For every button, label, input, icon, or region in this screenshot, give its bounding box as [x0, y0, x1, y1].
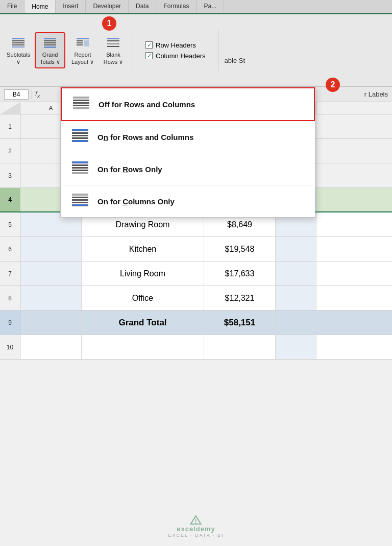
- cell[interactable]: [276, 286, 316, 310]
- row-number: 1: [0, 114, 20, 138]
- report-layout-label: ReportLayout ∨: [71, 52, 94, 65]
- watermark-tagline: EXCEL · DATA · BI: [168, 533, 224, 538]
- cell[interactable]: Kitchen: [82, 237, 204, 261]
- grand-totals-dropdown: Off for Rows and Columns On for Rows and…: [60, 87, 315, 218]
- cell[interactable]: [20, 237, 82, 261]
- cell-value: Grand Total: [118, 318, 166, 328]
- badge-2: 2: [326, 78, 340, 92]
- tab-insert[interactable]: Insert: [56, 0, 86, 13]
- svg-rect-39: [72, 204, 88, 206]
- ribbon-buttons-area: Subtotals∨ GrandTotals ∨: [0, 14, 392, 86]
- menu-item-label: Off for Rows and Columns: [99, 100, 195, 109]
- menu-item-label: On for Columns Only: [97, 197, 175, 206]
- cell[interactable]: [276, 335, 316, 359]
- svg-rect-26: [72, 132, 88, 134]
- tab-formulas[interactable]: Formulas: [156, 0, 197, 13]
- svg-rect-30: [72, 161, 88, 163]
- cell[interactable]: [82, 335, 204, 359]
- svg-rect-18: [107, 46, 119, 47]
- cell-value: Kitchen: [129, 245, 156, 254]
- cell[interactable]: [20, 335, 82, 359]
- cell[interactable]: Grand Total: [82, 311, 204, 335]
- ribbon-tab-bar: File Home Insert Developer Data Formulas…: [0, 0, 392, 14]
- tab-developer[interactable]: Developer: [86, 0, 129, 13]
- cell[interactable]: $19,548: [204, 237, 276, 261]
- menu-item-icon: [71, 193, 89, 210]
- table-row: 8 Office $12,321: [0, 286, 392, 311]
- col-headers-label: Column Headers: [156, 52, 206, 60]
- svg-marker-19: [0, 102, 20, 114]
- report-layout-button[interactable]: ReportLayout ∨: [67, 33, 98, 67]
- partial-right-text: able St: [225, 57, 245, 64]
- subtotals-button[interactable]: Subtotals∨: [4, 33, 33, 67]
- table-row: 10: [0, 335, 392, 360]
- svg-rect-33: [72, 170, 88, 171]
- svg-rect-34: [72, 172, 88, 174]
- cell-value: $17,633: [225, 269, 255, 278]
- svg-rect-13: [77, 44, 83, 45]
- svg-rect-11: [77, 40, 83, 41]
- tab-data[interactable]: Data: [129, 0, 156, 13]
- cell[interactable]: $12,321: [204, 286, 276, 310]
- svg-rect-32: [72, 167, 88, 169]
- cell[interactable]: [276, 311, 316, 335]
- row-headers-option[interactable]: ✓ Row Headers: [145, 41, 206, 49]
- pivot-table-options: ✓ Row Headers ✓ Column Headers: [139, 28, 212, 74]
- cell[interactable]: $58,151: [204, 311, 276, 335]
- cell-ref-box[interactable]: B4: [4, 89, 29, 100]
- row-number: 2: [0, 139, 20, 163]
- cell[interactable]: [20, 286, 82, 310]
- menu-item-off-rows-cols[interactable]: Off for Rows and Columns: [61, 87, 315, 121]
- grand-totals-button[interactable]: GrandTotals ∨: [35, 32, 65, 68]
- row-number: 5: [0, 212, 20, 236]
- svg-rect-37: [72, 199, 88, 201]
- cell[interactable]: Living Room: [82, 262, 204, 286]
- svg-rect-24: [73, 107, 89, 109]
- row-number: 7: [0, 262, 20, 286]
- cell-value: $8,649: [227, 220, 252, 229]
- tab-file[interactable]: File: [0, 0, 24, 13]
- blank-rows-button[interactable]: BlankRows ∨: [100, 33, 127, 67]
- menu-item-on-rows-only[interactable]: On for Rows Only: [61, 153, 315, 185]
- cell-value: Drawing Room: [116, 220, 170, 229]
- row-number: 10: [0, 335, 20, 359]
- cell[interactable]: [204, 335, 276, 359]
- row-number: 3: [0, 163, 20, 187]
- tab-home[interactable]: Home: [24, 0, 56, 13]
- col-headers-option[interactable]: ✓ Column Headers: [145, 52, 206, 60]
- row-headers-label: Row Headers: [156, 41, 196, 49]
- cell[interactable]: [276, 237, 316, 261]
- menu-item-on-cols-only[interactable]: On for Columns Only: [61, 185, 315, 217]
- menu-item-on-rows-cols[interactable]: On for Rows and Columns: [61, 121, 315, 153]
- cell[interactable]: [20, 262, 82, 286]
- svg-rect-27: [72, 135, 88, 136]
- row-number: 8: [0, 286, 20, 310]
- row-number: 9: [0, 311, 20, 335]
- badge-1: 1: [102, 16, 116, 31]
- cell[interactable]: [276, 262, 316, 286]
- svg-rect-0: [12, 38, 24, 39]
- menu-item-label: On for Rows Only: [97, 165, 162, 174]
- cell-value: Office: [132, 294, 154, 303]
- tab-pa[interactable]: Pa...: [197, 0, 224, 13]
- svg-rect-38: [72, 202, 88, 203]
- row-headers-checkbox[interactable]: ✓: [145, 41, 153, 49]
- svg-rect-4: [12, 46, 24, 48]
- cell[interactable]: Office: [82, 286, 204, 310]
- row-number: 6: [0, 237, 20, 261]
- menu-item-icon: [72, 96, 90, 113]
- row-number: 4: [0, 188, 20, 211]
- cell-value: $58,151: [224, 318, 255, 328]
- cell-value: $12,321: [225, 294, 255, 303]
- table-row: 7 Living Room $17,633: [0, 262, 392, 286]
- blank-rows-label: BlankRows ∨: [104, 52, 124, 65]
- table-row: 9 Grand Total $58,151: [0, 311, 392, 335]
- blank-rows-icon: [105, 35, 121, 52]
- cell[interactable]: [20, 311, 82, 335]
- svg-rect-6: [44, 40, 56, 41]
- formula-fx: fx: [35, 90, 40, 99]
- col-headers-checkbox[interactable]: ✓: [145, 52, 153, 59]
- svg-rect-31: [72, 164, 88, 166]
- cell[interactable]: $17,633: [204, 262, 276, 286]
- menu-item-label: On for Rows and Columns: [97, 133, 193, 141]
